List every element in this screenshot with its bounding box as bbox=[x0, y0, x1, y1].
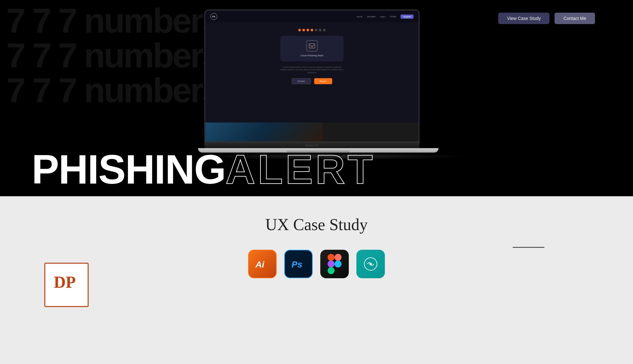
tools-row: Ai Ps bbox=[248, 250, 385, 278]
screen-actions: Restart Report bbox=[205, 78, 419, 84]
svg-text:Ai: Ai bbox=[255, 260, 265, 269]
nav-profile: Profile bbox=[390, 16, 396, 18]
screen-bottom-bar bbox=[205, 122, 419, 141]
svg-text:Ps: Ps bbox=[291, 260, 302, 269]
background-watermark: 7 7 7 numbers 7 7 7 numbers 7 7 7 number… bbox=[0, 0, 226, 111]
tool-chatgpt bbox=[356, 250, 385, 278]
nav-learn: Learn bbox=[380, 16, 385, 18]
email-card: Close Phishing Risk! bbox=[280, 36, 344, 61]
screen-logo: PA bbox=[210, 13, 217, 20]
laptop-screen: PA Home Simulate Learn Profile Support bbox=[204, 9, 420, 142]
screen-bottom-left bbox=[205, 122, 323, 141]
title-phishing: PHISHING bbox=[32, 149, 225, 190]
progress-dots bbox=[205, 29, 419, 31]
tool-figma bbox=[320, 250, 349, 278]
nav-simulate: Simulate bbox=[367, 16, 375, 18]
dot-1 bbox=[298, 29, 301, 31]
laptop-mockup: PA Home Simulate Learn Profile Support bbox=[198, 9, 426, 160]
screen-nav-links: Home Simulate Learn Profile Support bbox=[356, 15, 413, 19]
title-alert: ALERT bbox=[225, 149, 375, 190]
hero-section: 7 7 7 numbers 7 7 7 numbers 7 7 7 number… bbox=[0, 0, 633, 196]
svg-rect-11 bbox=[328, 267, 335, 274]
svg-rect-8 bbox=[335, 254, 342, 261]
svg-point-10 bbox=[335, 260, 342, 267]
case-study-title: UX Case Study bbox=[265, 215, 368, 234]
dot-7 bbox=[323, 29, 326, 31]
email-card-title: Close Phishing Risk! bbox=[300, 54, 323, 57]
svg-rect-7 bbox=[328, 254, 335, 261]
tool-photoshop: Ps bbox=[284, 250, 313, 278]
dot-4 bbox=[311, 29, 313, 31]
dot-6 bbox=[319, 29, 322, 31]
screen-bottom-right bbox=[323, 122, 418, 141]
view-case-study-button[interactable]: View Case Study bbox=[498, 13, 549, 24]
nav-support-btn[interactable]: Support bbox=[401, 15, 414, 19]
tool-illustrator: Ai bbox=[248, 250, 277, 278]
report-button[interactable]: Report bbox=[314, 78, 332, 84]
bottom-section: DP UX Case Study Ai Ps bbox=[0, 196, 633, 364]
svg-point-13 bbox=[369, 263, 372, 265]
svg-rect-9 bbox=[328, 260, 335, 267]
top-right-buttons: View Case Study Contact Me bbox=[498, 13, 595, 24]
designer-logo: DP bbox=[44, 263, 89, 307]
restart-button[interactable]: Restart bbox=[292, 78, 311, 84]
svg-text:DP: DP bbox=[54, 273, 76, 291]
nav-home: Home bbox=[356, 16, 362, 18]
divider-line bbox=[513, 247, 544, 248]
screen-description: A close phishing attack is when a scamme… bbox=[280, 66, 344, 74]
hero-title: PHISHING ALERT bbox=[0, 149, 633, 190]
email-icon bbox=[306, 40, 318, 52]
svg-point-2 bbox=[312, 48, 312, 48]
screen-nav: PA Home Simulate Learn Profile Support bbox=[205, 10, 419, 22]
screen-content: PA Home Simulate Learn Profile Support bbox=[205, 10, 419, 141]
dot-5 bbox=[315, 29, 317, 31]
dot-3 bbox=[307, 29, 309, 31]
designer-logo-letters: DP bbox=[51, 267, 82, 303]
contact-me-button[interactable]: Contact Me bbox=[555, 13, 595, 24]
dot-2 bbox=[303, 29, 305, 31]
